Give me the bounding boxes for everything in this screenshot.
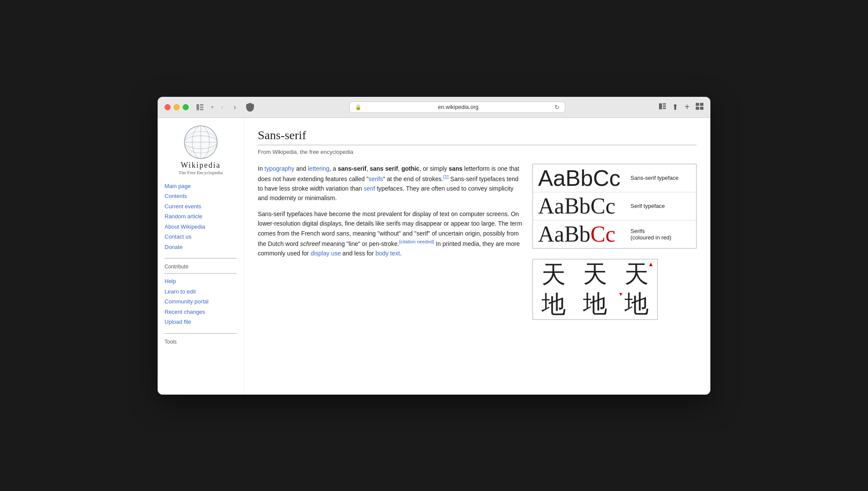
cjk-di-serif: 地 — [574, 289, 616, 319]
back-button[interactable]: ‹ — [219, 102, 226, 113]
sidebar-toggle-button[interactable] — [194, 101, 206, 113]
sidebar-item-donate[interactable]: Donate — [165, 243, 237, 252]
cjk-infobox: 天 天 天 ▲ 地 地 — [532, 259, 658, 320]
serif-sample: AaBbCc — [538, 195, 630, 217]
svg-rect-5 — [663, 103, 666, 105]
serif-label: Serif typeface — [630, 203, 691, 209]
article-body-text: In typography and lettering, a sans-seri… — [258, 164, 524, 320]
maximize-button[interactable] — [183, 104, 189, 110]
article-content: In typography and lettering, a sans-seri… — [258, 164, 697, 320]
sidebar-item-learn-to-edit[interactable]: Learn to edit — [165, 287, 237, 296]
url-text: en.wikipedia.org — [365, 104, 551, 110]
svg-rect-6 — [663, 105, 666, 107]
sidebar-item-random-article[interactable]: Random article — [165, 212, 237, 221]
wiki-sidebar: Wikipedia The Free Encyclopedia Main pag… — [158, 118, 244, 395]
wiki-globe-icon — [184, 125, 218, 159]
sidebar-item-contents[interactable]: Contents — [165, 192, 237, 201]
serifs-colored-label: Serifs (coloured in red) — [630, 228, 691, 241]
contribute-section-title: Contribute — [165, 264, 237, 270]
sidebar-nav-contribute: Help Learn to edit Community portal Rece… — [165, 277, 237, 326]
minimize-button[interactable] — [174, 104, 180, 110]
svg-rect-11 — [700, 107, 703, 110]
titlebar: ▾ ‹ › 🔒 en.wikipedia.org ↻ — [165, 101, 703, 118]
sidebar-nav-main: Main page Contents Current events Random… — [165, 182, 237, 252]
sidebar-item-contact[interactable]: Contact us — [165, 233, 237, 241]
browser-chrome: ▾ ‹ › 🔒 en.wikipedia.org ↻ — [158, 97, 710, 118]
sidebar-divider-2 — [165, 273, 237, 274]
share-button[interactable]: ⬆ — [672, 102, 678, 112]
link-serifs[interactable]: serifs — [368, 175, 383, 182]
link-serif[interactable]: serif — [364, 185, 375, 192]
article-subtitle: From Wikipedia, the free encyclopedia — [258, 149, 697, 155]
sidebar-divider-1 — [165, 258, 237, 258]
close-button[interactable] — [165, 104, 171, 110]
sidebar-item-community-portal[interactable]: Community portal — [165, 297, 237, 306]
reader-view-button[interactable] — [659, 103, 666, 111]
browser-window: ▾ ‹ › 🔒 en.wikipedia.org ↻ — [158, 97, 710, 395]
svg-rect-7 — [663, 108, 666, 109]
cjk-tian-sans: 天 — [533, 259, 574, 290]
svg-rect-2 — [200, 106, 203, 108]
cjk-di-serif-red: 地 ▾ — [616, 289, 657, 319]
svg-rect-3 — [200, 109, 203, 110]
svg-rect-9 — [700, 103, 703, 106]
wiki-logo: Wikipedia The Free Encyclopedia — [165, 125, 237, 175]
sidebar-item-current-events[interactable]: Current events — [165, 202, 237, 211]
sans-serif-sample: AaBbCc — [538, 167, 630, 189]
link-citation-needed[interactable]: citation needed — [401, 239, 433, 244]
link-display-use[interactable]: display use — [310, 250, 341, 257]
svg-rect-10 — [696, 107, 699, 110]
sidebar-divider-3 — [165, 333, 237, 334]
sidebar-item-help[interactable]: Help — [165, 277, 237, 286]
typeface-infobox: AaBbCc Sans-serif typeface AaBbCc Serif … — [532, 164, 697, 249]
link-body-text[interactable]: body text — [375, 250, 400, 257]
wiki-body: Wikipedia The Free Encyclopedia Main pag… — [158, 118, 710, 395]
sidebar-item-main-page[interactable]: Main page — [165, 182, 237, 191]
browser-actions: ⬆ + — [659, 102, 703, 112]
shield-icon — [244, 101, 256, 113]
cjk-tian-serif-red: 天 ▲ — [616, 259, 657, 290]
wiki-tagline: The Free Encyclopedia — [165, 170, 237, 175]
infobox-row-serifs-colored: AaBbCc Serifs (coloured in red) — [533, 220, 696, 248]
new-tab-button[interactable]: + — [684, 102, 690, 112]
article-para-1: In typography and lettering, a sans-seri… — [258, 164, 524, 203]
svg-rect-1 — [200, 104, 203, 105]
tools-section-title: Tools — [165, 339, 237, 345]
sidebar-item-recent-changes[interactable]: Recent changes — [165, 308, 237, 316]
article-title: Sans-serif — [258, 128, 697, 145]
cjk-tian-serif: 天 — [574, 259, 616, 290]
serif-colored-sample: AaBbCc — [538, 223, 630, 246]
wiki-wordmark: Wikipedia — [165, 161, 237, 170]
infobox-row-sans-serif: AaBbCc Sans-serif typeface — [533, 164, 696, 192]
article-right-column: AaBbCc Sans-serif typeface AaBbCc Serif … — [532, 164, 697, 320]
infobox-row-serif: AaBbCc Serif typeface — [533, 192, 696, 220]
wiki-main-content: Sans-serif From Wikipedia, the free ency… — [244, 118, 710, 395]
sidebar-item-about[interactable]: About Wikipedia — [165, 223, 237, 231]
address-bar[interactable]: 🔒 en.wikipedia.org ↻ — [349, 102, 565, 113]
svg-rect-8 — [696, 103, 699, 106]
svg-rect-0 — [196, 104, 199, 110]
sidebar-item-upload-file[interactable]: Upload file — [165, 318, 237, 326]
cjk-di-sans: 地 — [533, 289, 574, 319]
link-typography[interactable]: typography — [265, 165, 295, 172]
article-para-2: Sans-serif typefaces have become the mos… — [258, 209, 524, 258]
traffic-lights — [165, 104, 189, 110]
sans-serif-label: Sans-serif typeface — [630, 175, 691, 181]
tab-overview-button[interactable] — [696, 103, 703, 112]
cjk-grid: 天 天 天 ▲ 地 地 — [533, 259, 657, 319]
svg-rect-4 — [659, 103, 662, 109]
lock-icon: 🔒 — [355, 104, 361, 110]
link-lettering[interactable]: lettering — [308, 165, 329, 172]
dropdown-chevron-icon: ▾ — [211, 105, 213, 109]
forward-button[interactable]: › — [231, 102, 238, 113]
reload-button[interactable]: ↻ — [554, 104, 560, 111]
